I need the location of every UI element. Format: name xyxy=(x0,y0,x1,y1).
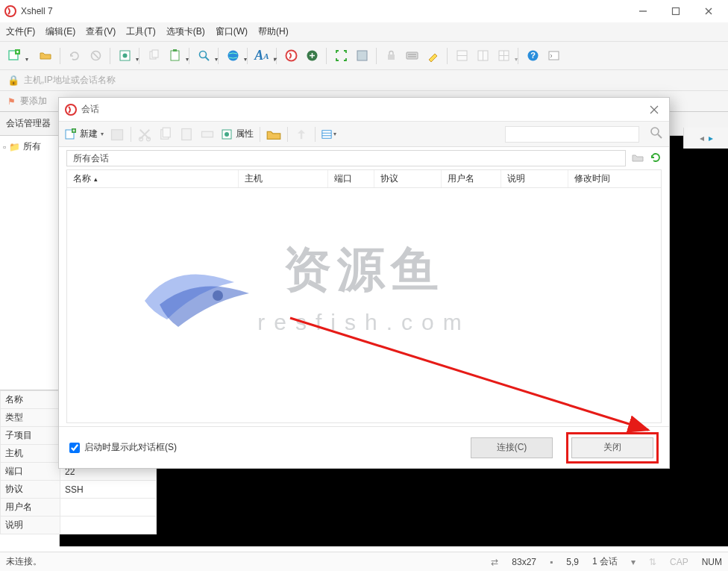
lock-icon[interactable] xyxy=(383,48,399,64)
keyboard-icon[interactable] xyxy=(404,48,420,64)
dialog-folder-icon[interactable] xyxy=(266,127,281,142)
highlight-icon[interactable] xyxy=(424,48,441,64)
status-bar: 未连接。 ⇄ 83x27 ▪ 5,9 1 会话 ▾ ⇅ CAP NUM xyxy=(0,552,728,571)
prop-user-key: 用户名 xyxy=(1,499,60,517)
svg-rect-44 xyxy=(163,128,170,137)
reconnect-icon[interactable] xyxy=(66,48,83,64)
dialog-paste-icon[interactable] xyxy=(179,127,194,142)
svg-line-16 xyxy=(205,57,209,61)
connect-button[interactable]: 连接(C) xyxy=(471,437,553,458)
dialog-new-button[interactable]: 新建 ▾ xyxy=(65,128,104,140)
menu-help[interactable]: 帮助(H) xyxy=(258,25,289,38)
globe-icon[interactable]: ▾ xyxy=(225,48,241,64)
svg-rect-45 xyxy=(182,128,192,140)
dialog-view-icon[interactable]: ▾ xyxy=(321,127,336,142)
menubar: 文件(F) 编辑(E) 查看(V) 工具(T) 选项卡(B) 窗口(W) 帮助(… xyxy=(0,22,728,42)
sessions-table: 名称▴ 主机 端口 协议 用户名 说明 修改时间 资源鱼 resfish.com xyxy=(66,169,662,423)
tree-root-item[interactable]: ▫ 📁 所有 xyxy=(3,140,56,153)
paste-icon[interactable]: ▾ xyxy=(166,48,183,64)
disconnect-icon[interactable] xyxy=(87,48,104,64)
dialog-cut-icon[interactable] xyxy=(137,127,152,142)
folder-icon: 📁 xyxy=(9,142,20,152)
status-connection: 未连接。 xyxy=(6,555,42,568)
menu-tabs[interactable]: 选项卡(B) xyxy=(166,25,205,38)
font-icon[interactable]: AA▾ xyxy=(254,48,270,64)
prop-sub-key: 子项目 xyxy=(1,427,60,445)
show-on-startup-input[interactable] xyxy=(69,443,80,453)
col-port[interactable]: 端口 xyxy=(328,170,374,187)
col-desc[interactable]: 说明 xyxy=(501,170,568,187)
show-on-startup-checkbox[interactable]: 启动时显示此对话框(S) xyxy=(69,441,177,454)
dialog-new-label: 新建 xyxy=(80,128,98,140)
prop-type-key: 类型 xyxy=(1,409,60,427)
svg-point-15 xyxy=(199,52,206,58)
dialog-properties-button[interactable]: 属性 xyxy=(221,128,254,140)
search-icon[interactable] xyxy=(650,126,663,142)
col-name[interactable]: 名称▴ xyxy=(67,170,239,187)
col-protocol[interactable]: 协议 xyxy=(374,170,442,187)
minimize-button[interactable] xyxy=(633,3,653,19)
menu-window[interactable]: 窗口(W) xyxy=(216,25,248,38)
dialog-path-input[interactable]: 所有会话 xyxy=(66,150,626,166)
chevron-down-icon: ▾ xyxy=(101,131,104,137)
fullscreen-icon[interactable] xyxy=(333,48,349,64)
panes-vert-icon[interactable] xyxy=(474,48,491,64)
path-browse-icon[interactable] xyxy=(632,152,644,166)
open-icon[interactable] xyxy=(37,48,54,64)
terminal-extra-icon[interactable] xyxy=(545,48,562,64)
watermark-logo-icon xyxy=(130,252,264,349)
app-title: Xshell 7 xyxy=(21,6,633,16)
dialog-copy-icon[interactable] xyxy=(158,127,173,142)
status-sessions-dropdown-icon[interactable]: ▾ xyxy=(631,557,636,567)
svg-rect-22 xyxy=(407,52,418,59)
prop-name-key: 名称 xyxy=(1,391,60,409)
prop-proto-key: 协议 xyxy=(1,481,60,499)
col-user[interactable]: 用户名 xyxy=(442,170,501,187)
tab-prev-icon[interactable]: ◂ xyxy=(700,133,704,143)
maximize-button[interactable] xyxy=(665,3,686,19)
prop-host-key: 主机 xyxy=(1,445,60,463)
menu-view[interactable]: 查看(V) xyxy=(86,25,116,38)
menu-file[interactable]: 文件(F) xyxy=(6,25,35,38)
new-session-icon[interactable]: ▾ xyxy=(6,48,22,64)
dialog-titlebar: 会话 xyxy=(59,98,669,122)
menu-tools[interactable]: 工具(T) xyxy=(126,25,155,38)
svg-text:?: ? xyxy=(530,51,536,60)
properties-icon[interactable]: ▾ xyxy=(116,48,133,64)
copy-icon[interactable] xyxy=(145,48,162,64)
dialog-rename-icon[interactable] xyxy=(200,127,215,142)
close-button-highlight: 关闭 xyxy=(566,432,659,464)
transparent-icon[interactable] xyxy=(354,48,370,64)
find-icon[interactable]: ▾ xyxy=(195,48,212,64)
dialog-search-input[interactable] xyxy=(505,126,639,143)
dialog-path-bar: 所有会话 xyxy=(59,147,669,169)
status-sessions: 1 会话 xyxy=(592,555,618,568)
xftp-icon[interactable] xyxy=(304,48,320,64)
status-pos-icon: ▪ xyxy=(550,557,553,567)
dialog-up-icon[interactable] xyxy=(294,127,309,142)
col-mtime[interactable]: 修改时间 xyxy=(568,170,661,187)
panes-horiz-icon[interactable] xyxy=(454,48,470,64)
show-on-startup-label: 启动时显示此对话框(S) xyxy=(84,441,177,454)
close-window-button[interactable] xyxy=(698,3,719,19)
panes-grid-icon[interactable]: ▾ xyxy=(495,48,512,64)
menu-edit[interactable]: 编辑(E) xyxy=(46,25,75,38)
sort-asc-icon: ▴ xyxy=(94,175,98,183)
svg-line-53 xyxy=(658,134,662,138)
dialog-logo-icon xyxy=(65,104,77,116)
dialog-close-button[interactable] xyxy=(645,101,663,119)
help-icon[interactable]: ? xyxy=(524,48,541,64)
dialog-delete-icon[interactable] xyxy=(110,127,125,142)
svg-rect-49 xyxy=(322,130,331,138)
close-button[interactable]: 关闭 xyxy=(571,437,653,458)
svg-point-48 xyxy=(225,132,229,137)
tab-next-icon[interactable]: ▸ xyxy=(709,133,713,143)
address-input[interactable]: 主机,IP地址或会话名称 xyxy=(24,74,116,87)
col-host[interactable]: 主机 xyxy=(239,170,328,187)
dialog-toolbar: 新建 ▾ 属性 ▾ xyxy=(59,122,669,147)
svg-rect-12 xyxy=(152,50,158,57)
address-bar: 🔒 主机,IP地址或会话名称 xyxy=(0,70,728,91)
path-refresh-icon[interactable] xyxy=(650,152,662,166)
xshell-logo-icon[interactable] xyxy=(283,48,299,64)
bookmark-flag-icon: ⚑ xyxy=(7,96,16,107)
